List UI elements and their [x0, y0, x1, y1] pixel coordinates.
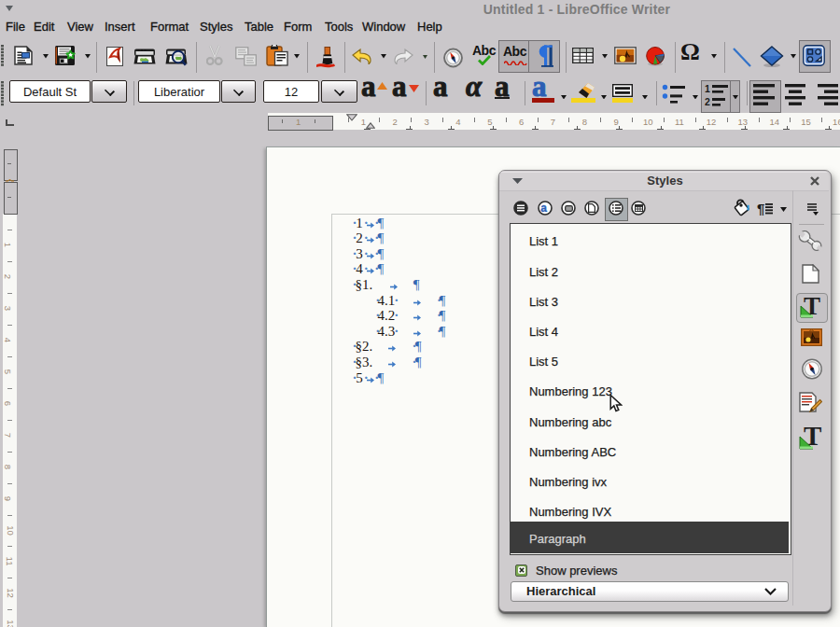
svg-text:2: 2 [705, 96, 710, 107]
svg-text:1: 1 [705, 83, 710, 94]
